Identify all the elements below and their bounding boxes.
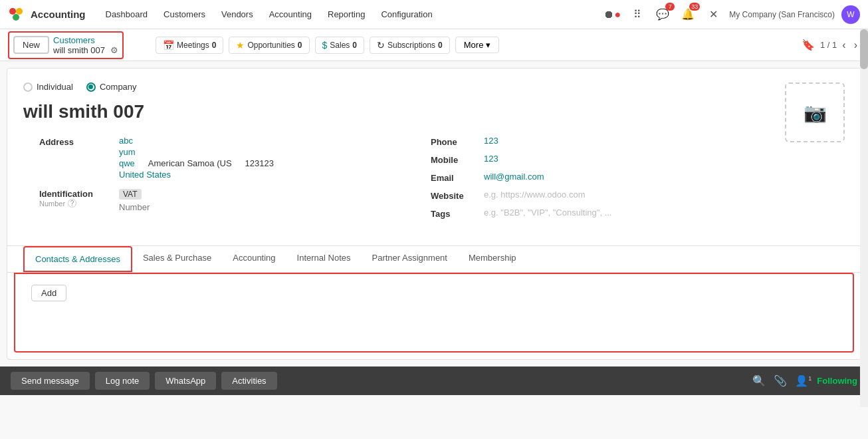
tab-partner-label: Partner Assignment: [372, 253, 447, 263]
grid-icon[interactable]: ⠿: [628, 5, 647, 24]
meetings-count: 0: [212, 41, 217, 50]
tab-membership[interactable]: Membership: [458, 246, 527, 272]
sales-btn[interactable]: $ Sales 0: [315, 37, 365, 54]
user-avatar[interactable]: W: [841, 5, 860, 24]
person-icon[interactable]: 👤1: [795, 374, 812, 387]
id-value-col: VAT: [119, 189, 199, 212]
star-icon: ★: [236, 40, 245, 51]
svg-point-2: [13, 14, 19, 21]
tab-contacts-label: Contacts & Addresses: [35, 254, 120, 264]
paperclip-icon[interactable]: 📎: [774, 374, 787, 387]
tab-notes-label: Internal Notes: [297, 253, 351, 263]
address-line-2[interactable]: yum: [119, 147, 274, 157]
bottom-bar: Send message Log note WhatsApp Activitie…: [0, 366, 868, 395]
more-label: More: [464, 40, 484, 50]
address-zip: 123123: [245, 158, 274, 168]
vat-number-input[interactable]: [119, 202, 199, 212]
address-label: Address: [39, 136, 119, 147]
record-btn[interactable]: ⏺●: [603, 5, 621, 24]
tags-row: Tags e.g. "B2B", "VIP", "Consulting", ..…: [431, 208, 769, 219]
opportunities-count: 0: [298, 41, 302, 50]
email-value[interactable]: will@gmail.com: [484, 172, 544, 182]
tab-contacts[interactable]: Contacts & Addresses: [23, 246, 132, 272]
email-label: Email: [431, 172, 484, 183]
form-header: Individual Company will smith 007 📷 Addr…: [7, 69, 861, 245]
address-value: abc yum qwe American Samoa (US 123123 Un…: [119, 136, 274, 180]
tags-placeholder[interactable]: e.g. "B2B", "VIP", "Consulting", ...: [484, 208, 611, 218]
tab-notes[interactable]: Internal Notes: [286, 246, 362, 272]
meetings-btn[interactable]: 📅 Meetings 0: [156, 37, 223, 54]
bookmark-icon[interactable]: 🔖: [802, 39, 815, 51]
address-line-3[interactable]: qwe: [119, 158, 135, 168]
radio-individual-label: Individual: [37, 82, 73, 92]
website-row: Website e.g. https://www.odoo.com: [431, 190, 769, 201]
scrollbar-thumb[interactable]: [860, 29, 868, 69]
nav-accounting[interactable]: Accounting: [263, 7, 318, 22]
vat-row: VAT: [119, 189, 199, 200]
activities-btn[interactable]: Activities: [221, 372, 276, 390]
subscriptions-btn[interactable]: ↻ Subscriptions 0: [370, 37, 450, 54]
radio-individual-circle: [23, 82, 33, 92]
company-name-field[interactable]: will smith 007: [23, 101, 845, 122]
radio-individual[interactable]: Individual: [23, 82, 73, 92]
radio-company[interactable]: Company: [86, 82, 137, 92]
search-bottom-icon[interactable]: 🔍: [752, 374, 766, 387]
next-record-btn[interactable]: ›: [851, 38, 860, 53]
breadcrumb-highlighted: New Customers will smith 007 ⚙: [8, 31, 124, 59]
id-label: Identification: [39, 189, 119, 199]
notification-icon[interactable]: 🔔33: [679, 5, 697, 24]
photo-upload[interactable]: 📷: [785, 82, 845, 142]
more-button[interactable]: More ▾: [455, 37, 500, 53]
nav-dashboard[interactable]: Dashboard: [99, 7, 155, 22]
nav-vendors[interactable]: Vendors: [215, 7, 260, 22]
website-label: Website: [431, 190, 484, 201]
radio-company-dot: [88, 84, 93, 89]
svg-point-1: [16, 8, 23, 15]
tab-content-contacts: Add: [14, 273, 854, 353]
whatsapp-btn[interactable]: WhatsApp: [155, 372, 216, 390]
prev-record-btn[interactable]: ‹: [839, 38, 848, 53]
scrollbar[interactable]: [860, 29, 868, 395]
mobile-value[interactable]: 123: [484, 154, 498, 164]
notif-badge: 33: [689, 3, 700, 11]
chat-icon[interactable]: 💬7: [653, 5, 672, 24]
radio-company-circle: [86, 82, 96, 92]
new-button[interactable]: New: [13, 36, 49, 54]
refresh-icon: ↻: [377, 40, 385, 51]
question-mark-icon[interactable]: ?: [68, 199, 76, 208]
nav-reporting[interactable]: Reporting: [321, 7, 372, 22]
address-line-1[interactable]: abc: [119, 136, 274, 146]
tab-partner[interactable]: Partner Assignment: [362, 246, 458, 272]
form-right: Phone 123 Mobile 123 Email will@gmail.co…: [404, 136, 769, 225]
id-label-col: Identification Number ?: [39, 189, 119, 208]
address-country[interactable]: United States: [119, 170, 274, 180]
settings-icon[interactable]: ✕: [704, 5, 722, 24]
phone-row: Phone 123: [431, 136, 769, 147]
website-placeholder[interactable]: e.g. https://www.odoo.com: [484, 190, 585, 200]
gear-icon[interactable]: ⚙: [110, 45, 118, 55]
following-btn[interactable]: Following: [817, 376, 857, 386]
name-photo-row: will smith 007 📷: [23, 101, 845, 122]
send-message-btn[interactable]: Send message: [11, 372, 90, 390]
opportunities-btn[interactable]: ★ Opportunities 0: [229, 37, 309, 54]
svg-point-0: [9, 8, 16, 15]
calendar-icon: 📅: [163, 40, 174, 51]
radio-company-label: Company: [100, 82, 137, 92]
breadcrumb-parent[interactable]: Customers: [53, 35, 118, 45]
app-logo[interactable]: [8, 7, 24, 23]
dollar-icon: $: [322, 40, 328, 51]
phone-label: Phone: [431, 136, 484, 147]
action-buttons: 📅 Meetings 0 ★ Opportunities 0 $ Sales 0…: [156, 37, 499, 54]
add-contact-btn[interactable]: Add: [31, 285, 66, 301]
tab-accounting[interactable]: Accounting: [222, 246, 286, 272]
pagination: 🔖 1 / 1 ‹ ›: [802, 38, 860, 53]
tab-sales[interactable]: Sales & Purchase: [132, 246, 222, 272]
subscriptions-label: Subscriptions: [387, 41, 435, 50]
phone-value[interactable]: 123: [484, 136, 498, 146]
tab-membership-label: Membership: [469, 253, 516, 263]
bottom-icons: 🔍 📎 👤1: [752, 374, 812, 387]
log-note-btn[interactable]: Log note: [95, 372, 150, 390]
nav-configuration[interactable]: Configuration: [374, 7, 439, 22]
address-row: Address abc yum qwe American Samoa (US 1…: [39, 136, 404, 180]
nav-customers[interactable]: Customers: [157, 7, 212, 22]
